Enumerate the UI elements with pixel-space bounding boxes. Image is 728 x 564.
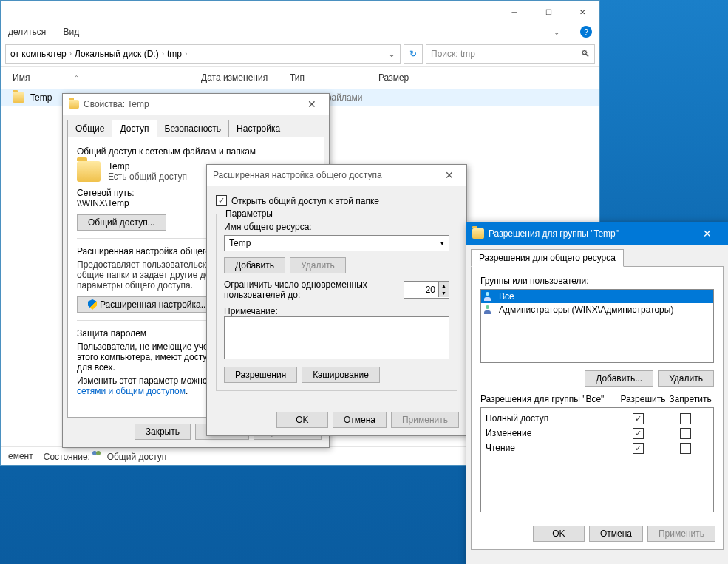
properties-tabs: Общие Доступ Безопасность Настройка [63,115,329,137]
close-button[interactable]: ✕ [565,1,599,23]
limit-users-spinner[interactable]: ▲▼ [404,281,449,299]
share-name-label: Имя общего ресурса: [224,222,449,232]
deny-header: Запретить [667,394,714,404]
share-button[interactable]: Общий доступ... [77,214,166,231]
note-textarea[interactable] [224,316,449,359]
properties-titlebar: Свойства: Temp ✕ [63,94,329,115]
tab-settings[interactable]: Настройка [228,120,288,137]
users-list[interactable]: Все Администраторы (WINX\Администраторы) [480,289,714,363]
permissions-title: Разрешения для группы "Temp" [489,228,619,239]
sort-arrow-icon: ⌃ [74,75,79,81]
close-button[interactable]: ✕ [438,169,460,181]
perm-read-allow[interactable] [633,443,644,454]
note-label: Примечание: [224,306,449,316]
share-folder-name: Temp [108,161,187,171]
search-input[interactable]: Поиск: tmp 🔍︎ [426,44,595,64]
status-state-label: Состояние: [44,452,90,462]
col-name[interactable]: Имя⌃ [13,72,201,83]
permissions-titlebar: Разрешения для группы "Temp" ✕ [466,222,728,245]
perm-change-deny[interactable] [680,428,691,439]
add-share-button[interactable]: Добавить [224,257,285,273]
shield-icon [88,299,97,310]
limit-users-label: Ограничить число одновременных пользоват… [224,279,372,300]
group-icon [484,305,494,314]
breadcrumb-dropdown-icon[interactable]: ⌄ [388,49,395,59]
chevron-down-icon[interactable]: ⌄ [554,28,559,36]
allow-header: Разрешить [619,394,667,404]
tab-general[interactable]: Общие [67,120,112,137]
remove-share-button[interactable]: Удалить [290,257,346,273]
adv-titlebar: Расширенная настройка общего доступа ✕ [207,165,466,186]
remove-user-button[interactable]: Удалить [658,370,714,387]
perm-read-deny[interactable] [680,443,691,454]
search-placeholder: Поиск: tmp [431,49,475,59]
help-icon[interactable]: ? [580,26,592,38]
folder-icon [472,228,484,239]
advanced-share-button[interactable]: Расширенная настройка... [77,296,220,313]
spin-up[interactable]: ▲ [438,282,449,290]
perm-full-deny[interactable] [680,413,691,424]
tab-access[interactable]: Доступ [112,120,157,137]
open-share-checkbox[interactable] [216,195,227,206]
perm-change-allow[interactable] [633,428,644,439]
group-icon [484,292,494,301]
user-row-all[interactable]: Все [481,290,713,303]
shared-icon [92,451,104,460]
refresh-button[interactable]: ↻ [404,44,423,64]
breadcrumb[interactable]: от компьютер› Локальный диск (D:)› tmp› … [5,44,401,64]
properties-title: Свойства: Temp [84,99,149,109]
breadcrumb-disk[interactable]: Локальный диск (D:) [75,49,159,59]
permissions-button[interactable]: Разрешения [224,367,297,383]
breadcrumb-pc[interactable]: от компьютер [10,49,67,59]
col-size[interactable]: Размер [378,72,409,83]
apply-button[interactable]: Применить [391,412,459,428]
permissions-table: Полный доступ Изменение Чтение [480,407,714,512]
open-share-label: Открыть общий доступ к этой папке [231,196,379,206]
col-date[interactable]: Дата изменения [201,72,290,83]
minimize-button[interactable]: ─ [497,1,531,23]
chevron-down-icon: ▾ [440,239,444,247]
share-status: Есть общий доступ [108,171,187,182]
menu-view[interactable]: Вид [64,27,80,37]
limit-users-input[interactable] [404,284,438,296]
apply-button[interactable]: Применить [647,526,715,542]
permissions-dialog: Разрешения для группы "Temp" ✕ Разрешени… [466,222,728,564]
adv-title: Расширенная настройка общего доступа [213,170,382,180]
user-row-admins[interactable]: Администраторы (WINX\Администраторы) [481,303,713,316]
explorer-titlebar: ─ ☐ ✕ [1,1,599,23]
search-icon[interactable]: 🔍︎ [581,49,590,59]
folder-icon [13,92,24,103]
perm-full-label: Полный доступ [486,413,614,424]
maximize-button[interactable]: ☐ [531,1,565,23]
folder-icon [77,161,101,182]
perm-read-label: Чтение [486,443,614,453]
perms-for-label: Разрешения для группы "Все" [480,394,619,404]
params-label: Параметры [222,208,276,219]
tab-share-permissions[interactable]: Разрешения для общего ресурса [471,249,624,267]
caching-button[interactable]: Кэширование [302,367,380,383]
cancel-button[interactable]: Отмена [333,412,387,428]
explorer-menu: делиться Вид ⌄ ? [1,23,599,41]
address-bar-row: от компьютер› Локальный диск (D:)› tmp› … [1,41,599,67]
params-group: Параметры Имя общего ресурса: Temp▾ Доба… [216,214,457,391]
breadcrumb-tmp[interactable]: tmp [167,49,182,59]
perm-change-label: Изменение [486,428,614,438]
add-user-button[interactable]: Добавить... [585,370,653,387]
close-button[interactable]: ✕ [693,228,722,239]
column-headers: Имя⌃ Дата изменения Тип Размер [1,67,599,89]
close-button[interactable]: ✕ [301,98,323,110]
advanced-sharing-dialog: Расширенная настройка общего доступа ✕ О… [206,164,467,436]
col-type[interactable]: Тип [290,72,378,83]
cancel-button[interactable]: Отмена [589,526,643,542]
status-state-value: Общий доступ [107,452,167,462]
spin-down[interactable]: ▼ [438,290,449,297]
net-share-label: Общий доступ к сетевым файлам и папкам [77,146,315,157]
status-element-count: емент [8,451,33,461]
ok-button[interactable]: OK [276,412,328,428]
close-button[interactable]: Закрыть [135,424,191,440]
menu-share[interactable]: делиться [8,27,46,37]
tab-security[interactable]: Безопасность [157,120,230,137]
ok-button[interactable]: OK [533,526,585,542]
share-name-combo[interactable]: Temp▾ [224,235,449,251]
perm-full-allow[interactable] [633,413,644,424]
